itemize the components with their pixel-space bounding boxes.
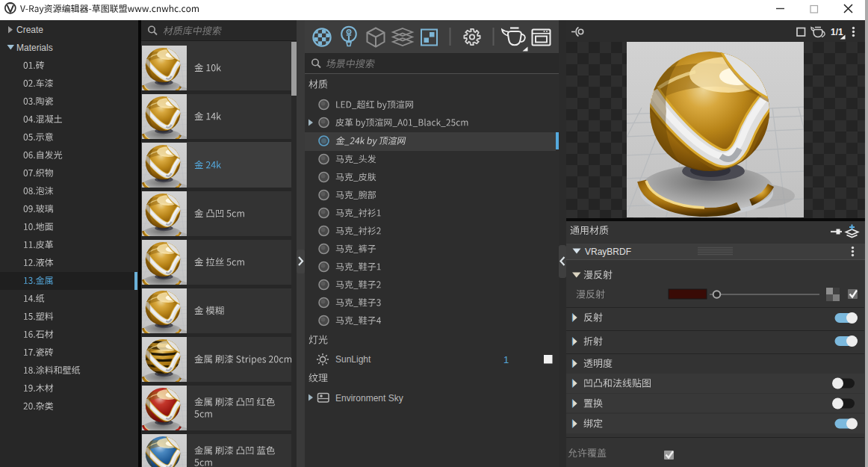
svg-text:Create: Create <box>16 25 43 35</box>
svg-text:1: 1 <box>503 354 509 365</box>
svg-text:SunLight: SunLight <box>335 354 371 365</box>
svg-text:1/1: 1/1 <box>831 27 843 37</box>
svg-text:VRayBRDF: VRayBRDF <box>585 247 631 257</box>
svg-text:Environment Sky: Environment Sky <box>335 393 403 403</box>
svg-text:Materials: Materials <box>16 43 53 53</box>
